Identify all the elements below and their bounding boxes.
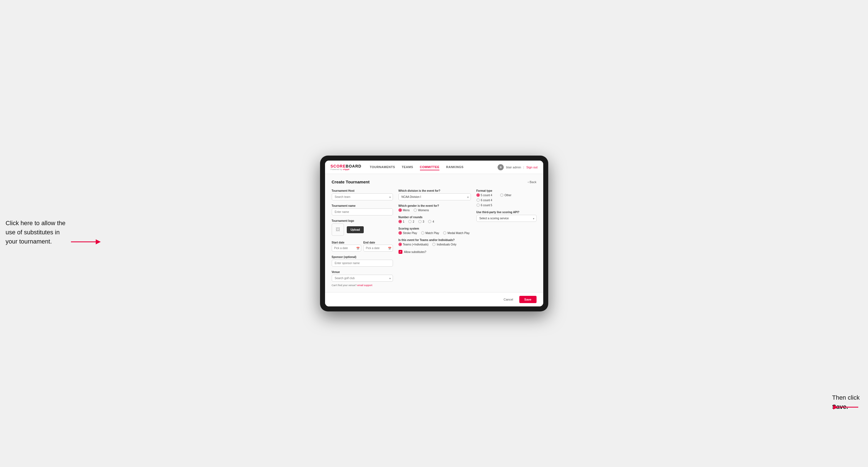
cancel-button[interactable]: Cancel xyxy=(500,296,517,303)
nav-rankings[interactable]: RANKINGS xyxy=(446,164,464,170)
format-other[interactable]: Other xyxy=(500,193,512,197)
tournament-logo-label: Tournament logo xyxy=(332,219,393,222)
form-layout: Tournament Host Tournament name Tourname… xyxy=(332,189,536,287)
upload-button[interactable]: Upload xyxy=(347,226,364,233)
tournament-logo-field: Tournament logo 🖼 Upload xyxy=(332,219,393,236)
venue-field: Venue Can't find your venue? email suppo… xyxy=(332,271,393,287)
scoring-api-select[interactable]: Select a scoring service xyxy=(476,215,536,222)
annotation-left: Click here to allow the use of substitut… xyxy=(6,218,67,246)
navigation: SCOREBOARD Powered by clippd TOURNAMENTS… xyxy=(325,161,543,174)
individuals-only[interactable]: Individuals Only xyxy=(432,243,456,246)
rounds-label: Number of rounds xyxy=(399,216,471,219)
gender-radio-group: Mens Womens xyxy=(399,209,471,212)
scoring-system-label: Scoring system xyxy=(399,227,471,230)
scoring-api-label: Use third-party live scoring API? xyxy=(476,211,536,214)
rounds-3-radio[interactable] xyxy=(418,220,422,223)
scoring-stroke[interactable]: Stroke Play xyxy=(399,231,417,235)
page-header: Create Tournament Back xyxy=(332,180,536,184)
avatar: B xyxy=(498,164,504,170)
venue-input[interactable] xyxy=(332,275,393,282)
gender-mens[interactable]: Mens xyxy=(399,209,410,212)
calendar-icon-end: 📅 xyxy=(388,247,391,250)
username: blair admin xyxy=(506,165,521,169)
page-title: Create Tournament xyxy=(332,180,370,184)
scoring-match[interactable]: Match Play xyxy=(421,231,439,235)
nav-teams[interactable]: TEAMS xyxy=(402,164,413,170)
rounds-1-radio[interactable] xyxy=(399,220,402,223)
page-content: Create Tournament Back Tournament Host T… xyxy=(325,174,543,292)
logo-upload-area: 🖼 Upload xyxy=(332,223,393,236)
scoring-api-field: Use third-party live scoring API? Select… xyxy=(476,211,536,222)
email-support-link[interactable]: email support xyxy=(357,284,372,287)
app-logo: SCOREBOARD Powered by clippd xyxy=(331,164,362,170)
left-column: Tournament Host Tournament name Tourname… xyxy=(332,189,393,287)
format-5count4-radio[interactable] xyxy=(476,193,480,197)
teams-radio-group: Teams (+Individuals) Individuals Only xyxy=(399,243,471,246)
nav-committee[interactable]: COMMITTEE xyxy=(420,164,440,170)
scoring-stroke-radio[interactable] xyxy=(399,231,402,235)
teams-radio[interactable] xyxy=(399,243,402,246)
teams-plus-individuals[interactable]: Teams (+Individuals) xyxy=(399,243,429,246)
start-date-label: Start date xyxy=(332,241,344,244)
rounds-1[interactable]: 1 xyxy=(399,220,405,223)
form-footer: Cancel Save xyxy=(325,292,543,306)
tournament-name-input[interactable] xyxy=(332,209,393,215)
scoring-medal-match[interactable]: Medal Match Play xyxy=(443,231,469,235)
back-button[interactable]: Back xyxy=(528,180,536,184)
division-select[interactable]: NCAA Division I xyxy=(399,193,471,200)
format-type-label: Format type xyxy=(476,189,536,192)
substitutes-checkbox[interactable] xyxy=(399,250,402,254)
teams-label: Is this event for Teams and/or Individua… xyxy=(399,239,471,242)
venue-label: Venue xyxy=(332,271,393,274)
scoring-radio-group: Stroke Play Match Play Medal Match Play xyxy=(399,231,471,235)
nav-user-area: B blair admin | Sign out xyxy=(498,164,537,170)
nav-items: TOURNAMENTS TEAMS COMMITTEE RANKINGS xyxy=(370,164,498,170)
individuals-radio[interactable] xyxy=(432,243,436,246)
gender-womens-radio[interactable] xyxy=(413,209,417,212)
format-6count5[interactable]: 6 count 5 xyxy=(476,204,536,207)
signout-link[interactable]: Sign out xyxy=(526,165,537,169)
gender-field: Which gender is the event for? Mens Wome… xyxy=(399,204,471,212)
scoring-system-field: Scoring system Stroke Play Match Play xyxy=(399,227,471,235)
format-grid: 5 count 4 Other 6 count 4 xyxy=(476,193,536,207)
save-button[interactable]: Save xyxy=(519,296,536,303)
format-6count5-radio[interactable] xyxy=(476,204,480,207)
substitutes-field: Allow substitutes? xyxy=(399,250,471,254)
calendar-icon: 📅 xyxy=(356,247,360,250)
sponsor-label: Sponsor (optional) xyxy=(332,255,393,258)
venue-help: Can't find your venue? email support xyxy=(332,284,393,287)
substitutes-label: Allow substitutes? xyxy=(404,250,426,253)
arrow-left xyxy=(68,235,101,249)
format-5count4[interactable]: 5 count 4 xyxy=(476,193,492,197)
nav-tournaments[interactable]: TOURNAMENTS xyxy=(370,164,395,170)
rounds-4[interactable]: 4 xyxy=(428,220,434,223)
rounds-3[interactable]: 3 xyxy=(418,220,425,223)
format-other-radio[interactable] xyxy=(500,193,503,197)
tablet-device: SCOREBOARD Powered by clippd TOURNAMENTS… xyxy=(320,156,548,311)
tournament-name-field: Tournament name xyxy=(332,204,393,215)
format-type-field: Format type 5 count 4 Other xyxy=(476,189,536,207)
format-6count4-radio[interactable] xyxy=(476,198,480,202)
rounds-radio-group: 1 2 3 4 xyxy=(399,220,471,223)
scoring-match-radio[interactable] xyxy=(421,231,425,235)
rounds-2-radio[interactable] xyxy=(408,220,412,223)
division-label: Which division is the event for? xyxy=(399,189,471,192)
annotation-right: Then click Save. xyxy=(832,393,860,411)
substitutes-checkbox-item[interactable]: Allow substitutes? xyxy=(399,250,471,254)
format-6count4[interactable]: 6 count 4 xyxy=(476,198,536,202)
logo-placeholder: 🖼 xyxy=(332,223,344,236)
tournament-host-field: Tournament Host xyxy=(332,189,393,200)
division-field: Which division is the event for? NCAA Di… xyxy=(399,189,471,200)
gender-womens[interactable]: Womens xyxy=(413,209,429,212)
rounds-2[interactable]: 2 xyxy=(408,220,414,223)
tournament-host-input[interactable] xyxy=(332,193,393,200)
gender-mens-radio[interactable] xyxy=(399,209,402,212)
rounds-4-radio[interactable] xyxy=(428,220,431,223)
teams-field: Is this event for Teams and/or Individua… xyxy=(399,239,471,246)
tournament-name-label: Tournament name xyxy=(332,204,393,207)
scoring-medal-radio[interactable] xyxy=(443,231,446,235)
tournament-host-label: Tournament Host xyxy=(332,189,393,192)
sponsor-input[interactable] xyxy=(332,260,393,267)
rounds-field: Number of rounds 1 2 xyxy=(399,216,471,223)
sponsor-field: Sponsor (optional) xyxy=(332,255,393,267)
